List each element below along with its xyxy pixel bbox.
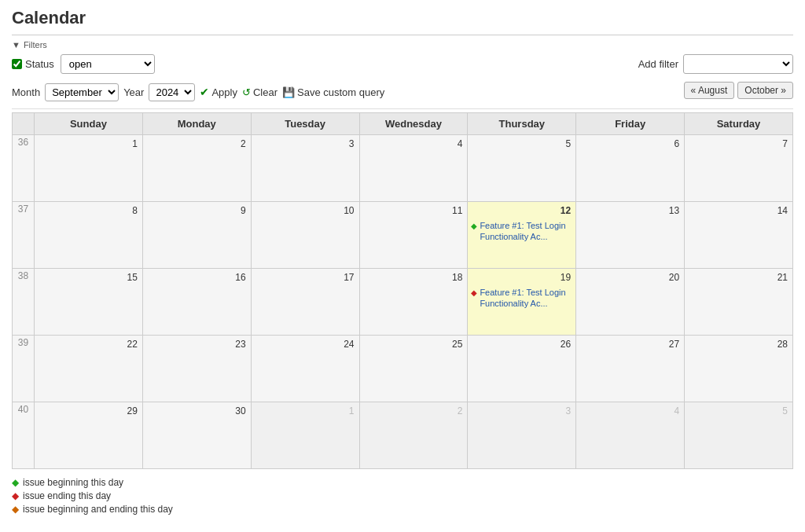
- calendar-nav: « August October »: [684, 82, 793, 99]
- table-row: 27: [576, 336, 685, 402]
- filters-toggle[interactable]: ▼ Filters: [12, 40, 793, 50]
- header-friday: Friday: [576, 113, 685, 135]
- header-saturday: Saturday: [685, 113, 793, 135]
- apply-label: Apply: [211, 86, 237, 98]
- table-row: 25: [359, 336, 468, 402]
- clear-button[interactable]: ↺ Clear: [242, 86, 278, 98]
- table-row: 28: [685, 336, 793, 402]
- day-number: 3: [255, 137, 356, 152]
- legend-start-icon: ◆: [12, 477, 19, 488]
- legend: ◆ issue beginning this day ◆ issue endin…: [12, 477, 793, 515]
- table-row: 8: [35, 202, 143, 269]
- filters-label: Filters: [24, 40, 47, 50]
- day-number: 27: [579, 337, 681, 352]
- legend-item-end: ◆ issue ending this day: [12, 490, 793, 501]
- save-label: Save custom query: [297, 86, 384, 98]
- month-select[interactable]: JanuaryFebruaryMarch AprilMayJune JulyAu…: [45, 83, 119, 101]
- event-link[interactable]: Feature #1: Test Login Functionality Ac.…: [480, 220, 572, 243]
- next-month-button[interactable]: October »: [737, 82, 793, 99]
- day-number: 9: [146, 204, 248, 218]
- prev-month-button[interactable]: « August: [684, 82, 735, 99]
- table-row: 1: [251, 402, 359, 469]
- status-label-text: Status: [25, 58, 54, 70]
- apply-button[interactable]: ✔ Apply: [200, 86, 237, 98]
- day-number: 13: [579, 204, 681, 218]
- status-filter-row: Status open closed all: [12, 54, 155, 74]
- week-number: 38: [13, 269, 35, 336]
- save-icon: 💾: [282, 86, 295, 98]
- table-row: 18: [359, 269, 468, 336]
- table-row: 21: [685, 269, 793, 336]
- day-number: 28: [688, 337, 789, 352]
- check-icon: ✔: [200, 86, 209, 98]
- day-number: 3: [471, 404, 572, 419]
- day-number: 8: [38, 204, 139, 218]
- day-number: 22: [38, 337, 139, 352]
- status-checkbox-label[interactable]: Status: [12, 58, 54, 70]
- clear-label: Clear: [253, 86, 278, 98]
- day-number: 7: [688, 137, 789, 152]
- table-row: 7: [685, 135, 793, 202]
- table-row: 2: [142, 135, 251, 202]
- event-end-icon: ◆: [471, 288, 477, 298]
- week-number: 39: [13, 336, 35, 402]
- week-num-header: [13, 113, 35, 135]
- event-link[interactable]: Feature #1: Test Login Functionality Ac.…: [480, 287, 572, 310]
- day-number: 2: [363, 404, 465, 419]
- day-number: 11: [363, 204, 465, 218]
- header-wednesday: Wednesday: [359, 113, 468, 135]
- day-number: 26: [471, 337, 572, 352]
- table-row: 5: [468, 135, 576, 202]
- table-row: 26: [468, 336, 576, 402]
- header-tuesday: Tuesday: [251, 113, 359, 135]
- legend-both-icon: ◆: [12, 504, 19, 515]
- legend-item-start: ◆ issue beginning this day: [12, 477, 793, 488]
- table-row: 15: [35, 269, 143, 336]
- day-number: 5: [471, 137, 572, 152]
- week-number: 37: [13, 202, 35, 269]
- week-number: 40: [13, 402, 35, 469]
- table-row: 19◆Feature #1: Test Login Functionality …: [468, 269, 576, 336]
- table-row: 1: [35, 135, 143, 202]
- save-query-button[interactable]: 💾 Save custom query: [282, 86, 384, 98]
- toggle-arrow-icon: ▼: [12, 40, 20, 50]
- table-row: 10: [251, 202, 359, 269]
- day-number: 17: [255, 270, 356, 285]
- table-row: 16: [142, 269, 251, 336]
- day-number: 29: [38, 404, 139, 419]
- event-item: ◆Feature #1: Test Login Functionality Ac…: [471, 220, 572, 243]
- month-label: Month: [12, 86, 40, 98]
- day-number: 18: [363, 270, 465, 285]
- add-filter-label: Add filter: [638, 58, 678, 70]
- day-number: 30: [146, 404, 248, 419]
- legend-end-icon: ◆: [12, 490, 19, 501]
- day-number: 14: [688, 204, 789, 218]
- day-number: 21: [688, 270, 789, 285]
- day-number: 24: [255, 337, 356, 352]
- status-checkbox[interactable]: [12, 59, 22, 69]
- table-row: 24: [251, 336, 359, 402]
- status-select[interactable]: open closed all: [61, 54, 155, 74]
- table-row: 4: [576, 402, 685, 469]
- day-number: 19: [471, 270, 572, 285]
- event-start-icon: ◆: [471, 221, 477, 231]
- year-select[interactable]: 2022202320242025: [149, 83, 195, 101]
- day-number: 2: [146, 137, 248, 152]
- legend-start-text: issue beginning this day: [23, 477, 123, 488]
- table-row: 20: [576, 269, 685, 336]
- day-number: 4: [363, 137, 465, 152]
- legend-item-both: ◆ issue beginning and ending this day: [12, 504, 793, 515]
- table-row: 14: [685, 202, 793, 269]
- table-row: 22: [35, 336, 143, 402]
- table-row: 23: [142, 336, 251, 402]
- header-monday: Monday: [142, 113, 251, 135]
- day-number: 25: [363, 337, 465, 352]
- table-row: 11: [359, 202, 468, 269]
- add-filter-select[interactable]: [683, 54, 793, 74]
- query-row: Month JanuaryFebruaryMarch AprilMayJune …: [12, 79, 793, 109]
- event-item: ◆Feature #1: Test Login Functionality Ac…: [471, 287, 572, 310]
- week-number: 36: [13, 135, 35, 202]
- calendar-table: Sunday Monday Tuesday Wednesday Thursday…: [12, 112, 793, 469]
- table-row: 3: [251, 135, 359, 202]
- table-row: 30: [142, 402, 251, 469]
